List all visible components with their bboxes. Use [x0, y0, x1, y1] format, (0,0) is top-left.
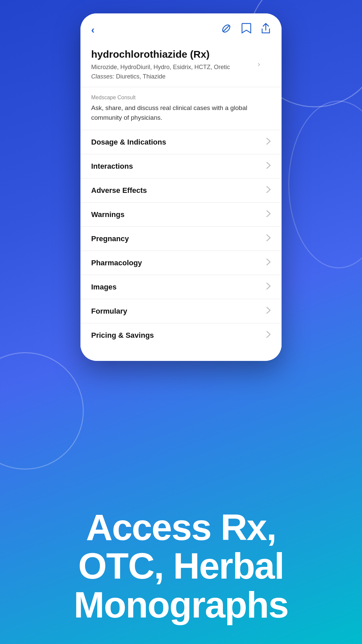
menu-item[interactable]: Dosage & Indications	[80, 130, 282, 154]
menu-item-label: Pregnancy	[91, 234, 129, 243]
consult-section: Medscape Consult Ask, share, and discuss…	[80, 87, 282, 130]
menu-item[interactable]: Formulary	[80, 299, 282, 323]
menu-item-label: Formulary	[91, 307, 127, 316]
bg-curve-right	[288, 101, 362, 268]
menu-item-chevron	[266, 307, 271, 316]
topbar-right	[221, 23, 271, 37]
menu-item-chevron	[266, 331, 271, 340]
phone-topbar: ‹	[80, 13, 282, 43]
drug-title: hydrochlorothiazide (Rx)	[91, 49, 271, 60]
menu-item[interactable]: Images	[80, 275, 282, 299]
menu-item-chevron	[266, 282, 271, 292]
share-icon[interactable]	[261, 23, 271, 37]
bottom-headline: Access Rx, OTC, Herbal Monographs	[20, 508, 342, 624]
back-button[interactable]: ‹	[91, 24, 95, 36]
drug-header-chevron: ›	[258, 60, 260, 69]
bottom-line3: Monographs	[74, 584, 288, 625]
menu-item-chevron	[266, 162, 271, 171]
menu-item-label: Dosage & Indications	[91, 138, 166, 147]
menu-item-chevron	[266, 210, 271, 219]
menu-item[interactable]: Pregnancy	[80, 227, 282, 251]
menu-item-chevron	[266, 234, 271, 244]
drug-header[interactable]: hydrochlorothiazide (Rx) Microzide, Hydr…	[80, 43, 282, 87]
drug-aliases: Microzide, HydroDiuril, Hydro, Esidrix, …	[91, 63, 271, 72]
menu-item[interactable]: Interactions	[80, 154, 282, 178]
topbar-left: ‹	[91, 24, 95, 36]
bottom-line2: OTC, Herbal	[78, 545, 284, 586]
menu-item-label: Adverse Effects	[91, 186, 147, 195]
bottom-text-section: Access Rx, OTC, Herbal Monographs	[0, 508, 362, 624]
consult-title: Medscape Consult	[91, 95, 271, 101]
menu-item-label: Pharmacology	[91, 259, 142, 267]
menu-list: Dosage & Indications Interactions Advers…	[80, 130, 282, 347]
menu-item[interactable]: Warnings	[80, 203, 282, 227]
drug-header-inner: hydrochlorothiazide (Rx) Microzide, Hydr…	[91, 49, 271, 80]
classes-value: Diuretics, Thiazide	[116, 73, 166, 80]
menu-item-chevron	[266, 138, 271, 147]
menu-item[interactable]: Adverse Effects	[80, 178, 282, 203]
drug-classes: Classes: Diuretics, Thiazide	[91, 73, 271, 80]
menu-item-label: Images	[91, 283, 117, 291]
classes-label: Classes:	[91, 73, 114, 80]
menu-item-chevron	[266, 258, 271, 268]
bottom-line1: Access Rx,	[86, 506, 276, 548]
bg-curve-bottom-left	[0, 352, 84, 470]
menu-item-label: Interactions	[91, 162, 133, 171]
phone-mockup: ‹ hydrochloro	[80, 13, 282, 361]
menu-item-label: Pricing & Savings	[91, 331, 154, 340]
consult-text: Ask, share, and discuss real clinical ca…	[91, 103, 271, 122]
bookmark-icon[interactable]	[241, 23, 251, 37]
menu-item[interactable]: Pharmacology	[80, 251, 282, 275]
menu-item-label: Warnings	[91, 210, 124, 219]
pill-icon[interactable]	[221, 23, 232, 37]
menu-item[interactable]: Pricing & Savings	[80, 323, 282, 347]
menu-item-chevron	[266, 186, 271, 195]
